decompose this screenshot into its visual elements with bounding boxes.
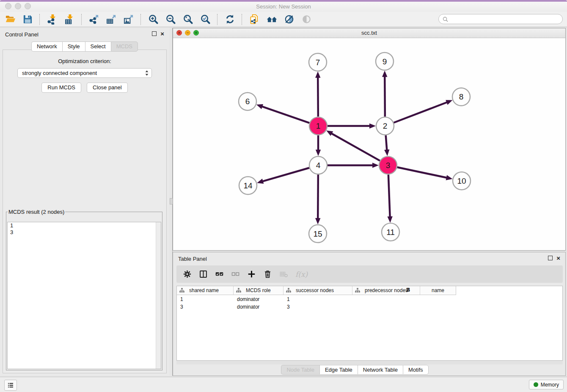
toggle-columns-icon[interactable] [199,270,208,279]
task-history-button[interactable] [4,380,17,391]
edge-4-15[interactable] [315,174,320,224]
node-7[interactable]: 7 [309,53,327,71]
tab-network-table[interactable]: Network Table [358,365,403,375]
search-box[interactable] [438,14,563,24]
memory-label: Memory [541,382,559,388]
close-panel-button[interactable]: Close panel [87,83,128,93]
tab-network[interactable]: Network [31,41,62,52]
svg-text:4: 4 [316,161,321,170]
edge-4-3[interactable] [328,163,379,168]
select-all-icon[interactable] [215,270,224,279]
refresh-icon[interactable] [222,13,237,26]
column-header-successor-nodes[interactable]: successor nodes [284,286,352,295]
memory-button[interactable]: Memory [529,380,564,389]
column-header-name[interactable]: name [420,286,456,295]
edge-1-4[interactable] [316,135,321,156]
node-1[interactable]: 1 [309,117,327,135]
cell-name[interactable]: 1 [284,296,319,302]
eye-icon[interactable] [299,13,314,26]
node-11[interactable]: 11 [382,223,399,241]
zoom-selected-icon[interactable] [198,13,213,26]
network-minimize-button[interactable]: – [185,30,190,36]
tab-motifs[interactable]: Motifs [403,365,429,375]
search-icon [443,17,448,22]
mcds-result-list[interactable]: 13 [7,222,161,369]
export-table-icon[interactable] [104,13,119,26]
select-stepper-icon [145,70,149,76]
network-zoom-button[interactable]: + [193,30,199,36]
hierarchy-sort-icon [179,288,184,293]
table-settings-icon[interactable] [183,270,192,279]
node-15[interactable]: 15 [309,225,327,243]
graphics-details-icon[interactable] [281,13,297,26]
panel-splitter[interactable] [169,28,173,376]
edge-1-6[interactable] [256,104,309,123]
close-panel-icon[interactable]: × [160,31,164,36]
edge-4-14[interactable] [257,168,309,183]
float-panel-icon[interactable] [152,31,157,36]
table-horizontal-scrollbar[interactable] [176,361,563,364]
column-header-mcds-role[interactable]: MCDS role [234,286,284,295]
node-8[interactable]: 8 [452,88,470,106]
node-3[interactable]: 3 [379,156,397,174]
edge-2-3[interactable] [384,135,389,156]
save-session-icon[interactable] [20,13,35,26]
node-9[interactable]: 9 [376,52,394,70]
function-builder-icon: f(x) [295,270,308,279]
edge-3-1[interactable] [326,130,380,160]
network-canvas[interactable]: 7968124314101511 [173,38,565,250]
cell-predecessor-nodes[interactable]: 2 [350,287,417,359]
edge-3-11[interactable] [387,174,392,223]
tab-mcds[interactable]: MCDS [111,41,138,52]
search-input[interactable] [451,16,559,22]
cell-shared-name[interactable]: 3 [177,304,234,310]
delete-rows-icon[interactable] [263,270,272,279]
import-table-icon[interactable] [62,13,77,26]
cell-mcds-role[interactable]: dominator [234,304,284,310]
node-4[interactable]: 4 [309,156,327,174]
export-image-icon[interactable] [121,13,136,26]
table-row[interactable]: 3dominator323 [177,303,562,310]
duplicate-network-icon[interactable] [247,13,262,26]
svg-text:15: 15 [313,229,322,238]
svg-text:10: 10 [457,177,466,185]
node-6[interactable]: 6 [239,93,256,110]
node-14[interactable]: 14 [239,177,257,194]
zoom-out-icon[interactable] [163,13,178,26]
criterion-select[interactable]: strongly connected component [17,68,152,78]
status-bar: Memory [0,377,567,392]
add-row-icon[interactable] [247,270,256,279]
window-close-button[interactable] [5,3,11,9]
open-session-icon[interactable] [3,13,18,26]
run-mcds-button[interactable]: Run MCDS [41,83,81,93]
deselect-all-icon[interactable] [231,270,240,279]
edge-1-7[interactable] [315,72,320,117]
zoom-fit-icon[interactable] [180,13,195,26]
edge-2-9[interactable] [382,71,387,117]
tab-edge-table[interactable]: Edge Table [319,365,358,375]
node-2[interactable]: 2 [376,117,394,135]
cell-shared-name[interactable]: 1 [177,296,234,302]
window-zoom-button[interactable] [25,3,31,9]
close-table-panel-icon[interactable]: × [556,256,560,260]
edge-1-2[interactable] [328,123,376,128]
edge-3-10[interactable] [397,167,453,180]
cell-mcds-role[interactable]: dominator [234,296,284,302]
export-network-icon[interactable] [86,13,102,26]
edge-2-8[interactable] [394,100,453,123]
home-icon[interactable] [264,13,279,26]
node-10[interactable]: 10 [453,172,471,190]
import-network-icon[interactable] [44,13,60,26]
tab-style[interactable]: Style [62,41,85,52]
column-header-shared-name[interactable]: shared name [177,286,234,295]
window-minimize-button[interactable] [15,3,21,9]
tab-node-table[interactable]: Node Table [281,365,319,375]
result-scrollbar[interactable] [156,222,161,369]
tab-select[interactable]: Select [85,41,111,52]
cell-name[interactable]: 3 [284,304,319,310]
network-window-titlebar: × – + scc.txt [173,28,565,38]
network-close-button[interactable]: × [176,30,182,36]
network-graph[interactable]: 7968124314101511 [173,38,565,250]
zoom-in-icon[interactable] [146,13,161,26]
float-table-panel-icon[interactable] [548,256,553,260]
